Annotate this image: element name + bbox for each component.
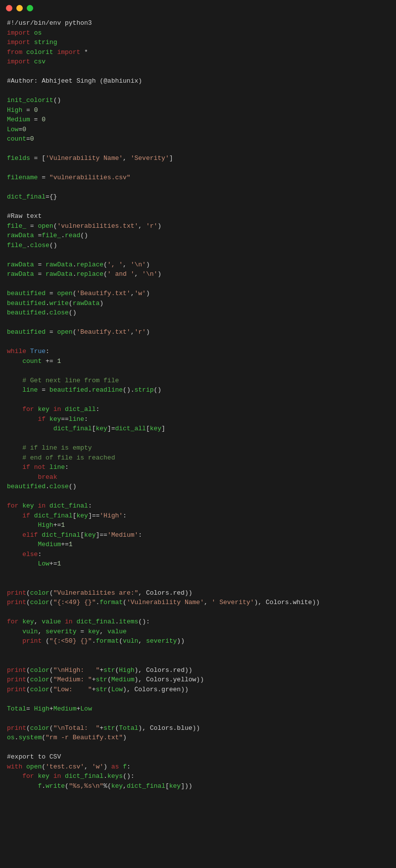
- code-line-blank-6: [7, 202, 389, 212]
- code-line-41: Medium+=1: [7, 540, 389, 550]
- code-line-10: Low=0: [7, 125, 389, 135]
- code-line-blank-2: [7, 86, 389, 96]
- code-line-blank-7: [7, 250, 389, 260]
- window: #!/usr/bin/env python3 import os import …: [0, 0, 396, 868]
- code-line-12: fields = ['Vulnerability Name', 'Severit…: [7, 153, 389, 163]
- code-line-blank-11: [7, 366, 389, 376]
- code-line-51: print(color("Low: "+str(Low), Colors.gre…: [7, 685, 389, 695]
- code-area: #!/usr/bin/env python3 import os import …: [0, 16, 396, 801]
- code-line-15: #Raw text: [7, 211, 389, 221]
- code-line-47: vuln, severity = key, value: [7, 627, 389, 637]
- code-line-26: count += 1: [7, 357, 389, 366]
- code-line-22: beautified.write(rawData): [7, 299, 389, 308]
- code-line-25: while True:: [7, 347, 389, 357]
- code-line-blank-21: [7, 714, 389, 723]
- code-line-23: beautified.close(): [7, 308, 389, 318]
- code-line-40: elif dict_final[key]=='Medium':: [7, 530, 389, 540]
- code-line-blank-12: [7, 395, 389, 405]
- code-line-34: if not line:: [7, 462, 389, 472]
- code-line-55: #export to CSV: [7, 752, 389, 762]
- code-line-36: beautified.close(): [7, 482, 389, 492]
- code-line-14: dict_final={}: [7, 192, 389, 202]
- code-line-11: count=0: [7, 134, 389, 144]
- code-line-17: rawData =file_.read(): [7, 231, 389, 241]
- code-line-56: with open('test.csv', 'w') as f:: [7, 762, 389, 772]
- code-line-32: # if line is empty: [7, 443, 389, 453]
- code-line-2: import os: [7, 28, 389, 38]
- code-line-blank-18: [7, 646, 389, 656]
- code-line-49: print(color("\nHigh: "+str(High), Colors…: [7, 665, 389, 675]
- code-line-38: if dict_final[key]=='High':: [7, 511, 389, 521]
- code-line-21: beautified = open('Beautify.txt','w'): [7, 289, 389, 299]
- code-line-50: print(color("Medium: "+str(Medium), Colo…: [7, 675, 389, 685]
- code-line-6: #Author: Abhijeet Singh (@abhiunix): [7, 76, 389, 86]
- code-line-blank-14: [7, 492, 389, 502]
- code-line-28: line = beautified.readline().strip(): [7, 385, 389, 395]
- code-line-blank-13: [7, 434, 389, 444]
- code-line-20: rawData = rawData.replace(' and ', '\n'): [7, 269, 389, 279]
- code-line-37: for key in dict_final:: [7, 501, 389, 511]
- code-line-8: High = 0: [7, 105, 389, 115]
- code-line-blank-15: [7, 569, 389, 579]
- code-line-3: import string: [7, 38, 389, 48]
- code-line-27: # Get next line from file: [7, 376, 389, 386]
- code-line-blank-8: [7, 279, 389, 289]
- code-line-5: import csv: [7, 57, 389, 67]
- code-line-13: filename = "vulnerabilities.csv": [7, 173, 389, 183]
- maximize-button[interactable]: [27, 5, 33, 11]
- code-line-18: file_.close(): [7, 241, 389, 251]
- code-line-39: High+=1: [7, 520, 389, 530]
- code-line-blank-1: [7, 67, 389, 77]
- code-line-4: from colorit import *: [7, 48, 389, 57]
- code-line-1: #!/usr/bin/env python3: [7, 18, 389, 28]
- code-line-58: f.write("%s,%s\n"%(key,dict_final[key])): [7, 781, 389, 791]
- code-line-24: beautified = open('Beautify.txt','r'): [7, 327, 389, 337]
- code-line-53: print(color("\nTotal: "+str(Total), Colo…: [7, 723, 389, 733]
- code-line-blank-9: [7, 318, 389, 328]
- code-line-45: print(color("{:<49} {}".format('Vulnerab…: [7, 598, 389, 608]
- code-line-29: for key in dict_all:: [7, 405, 389, 414]
- code-line-19: rawData = rawData.replace(', ', '\n'): [7, 260, 389, 270]
- code-line-blank-22: [7, 743, 389, 753]
- code-line-blank-16: [7, 578, 389, 588]
- code-line-30: if key==line:: [7, 414, 389, 424]
- code-line-16: file_ = open('vulnerabilities.txt', 'r'): [7, 221, 389, 231]
- code-line-blank-10: [7, 337, 389, 347]
- code-line-31: dict_final[key]=dict_all[key]: [7, 424, 389, 434]
- code-line-blank-17: [7, 608, 389, 617]
- code-line-blank-3: [7, 144, 389, 154]
- code-line-46: for key, value in dict_final.items():: [7, 617, 389, 627]
- minimize-button[interactable]: [16, 5, 23, 11]
- code-line-57: for key in dict_final.keys():: [7, 771, 389, 781]
- code-line-33: # end of file is reached: [7, 453, 389, 463]
- code-line-blank-4: [7, 163, 389, 173]
- code-line-43: Low+=1: [7, 559, 389, 569]
- code-line-blank-20: [7, 694, 389, 704]
- code-line-52: Total= High+Medium+Low: [7, 704, 389, 714]
- code-line-44: print(color("Vulnerabilities are:", Colo…: [7, 588, 389, 598]
- code-line-48: print ("{:<50} {}".format(vuln, severity…: [7, 636, 389, 646]
- code-line-54: os.system("rm -r Beautify.txt"): [7, 733, 389, 743]
- code-line-42: else:: [7, 550, 389, 560]
- code-line-35: break: [7, 472, 389, 482]
- code-line-7: init_colorit(): [7, 96, 389, 105]
- code-line-blank-5: [7, 183, 389, 193]
- title-bar: [0, 0, 396, 16]
- code-line-blank-19: [7, 656, 389, 665]
- close-button[interactable]: [6, 5, 12, 11]
- code-line-9: Medium = 0: [7, 115, 389, 125]
